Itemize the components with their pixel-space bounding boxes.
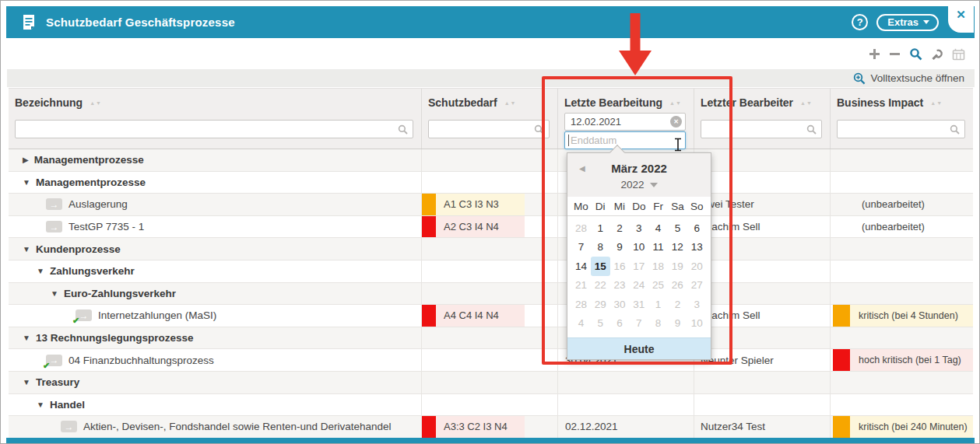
extras-button[interactable]: Extras (876, 14, 939, 31)
table-row[interactable]: ▶Managementprozesse (9, 149, 973, 172)
day-cell[interactable]: 8 (648, 314, 668, 334)
collapse-icon[interactable]: ▼ (23, 378, 30, 386)
table-row[interactable]: ▼13 Rechnungslegungsprozesse (9, 327, 973, 350)
sort-toggle[interactable]: ▲▼ (800, 100, 813, 106)
collapse-icon[interactable]: ▼ (23, 245, 30, 253)
collapse-icon[interactable]: ▼ (23, 334, 30, 342)
day-cell[interactable]: 21 (571, 276, 591, 295)
day-cell[interactable]: 2 (668, 295, 687, 314)
table-row[interactable]: →✔Internetzahlungen (MaSI)A4 C4 I4 N4Joa… (9, 305, 973, 327)
table-row[interactable]: →✔04 Finanzbuchhaltungsprozess30.04.2021… (9, 349, 973, 372)
day-cell[interactable]: 5 (591, 314, 610, 334)
bearbeiter-filter-input[interactable] (701, 120, 822, 138)
day-cell[interactable]: 11 (648, 238, 668, 257)
search-icon[interactable] (909, 47, 922, 61)
close-icon: ✕ (956, 8, 966, 33)
startdatum-filter-input[interactable] (564, 113, 686, 131)
collapse-icon[interactable]: ▼ (51, 289, 58, 298)
wrench-icon[interactable] (931, 48, 943, 61)
check-icon: ✔ (43, 361, 50, 371)
sort-toggle[interactable]: ▲▼ (930, 100, 943, 106)
today-button[interactable]: Heute (567, 337, 711, 359)
day-cell[interactable]: 16 (610, 257, 630, 276)
day-cell[interactable]: 5 (668, 219, 687, 238)
day-cell[interactable]: 10 (687, 314, 707, 334)
bezeichnung-cell: →TestGP 7735 - 1 (9, 216, 421, 238)
document-icon (23, 15, 35, 30)
column-header-bezeichnung: Bezeichnung▲▼ (9, 89, 421, 149)
day-cell[interactable]: 10 (629, 238, 648, 257)
schutzbedarf-filter-input[interactable] (428, 120, 550, 138)
day-cell[interactable]: 24 (629, 276, 648, 295)
schutzbedarf-cell (421, 394, 557, 416)
table-row[interactable]: ▼Treasury (9, 372, 973, 394)
collapse-icon[interactable]: ▼ (37, 400, 44, 409)
day-cell[interactable]: 4 (648, 219, 668, 238)
table-row[interactable]: ▼Handel (9, 394, 973, 417)
day-cell[interactable]: 27 (687, 276, 707, 295)
day-cell[interactable]: 20 (687, 257, 707, 276)
day-cell[interactable]: 3 (629, 219, 648, 238)
table-row[interactable]: →Aktien-, Devisen-, Fondshandel sowie Re… (9, 416, 973, 439)
schutzbedarf-cell (421, 149, 557, 171)
day-cell[interactable]: 25 (648, 276, 668, 295)
day-cell[interactable]: 26 (668, 276, 687, 295)
collapse-icon[interactable]: ▼ (23, 178, 30, 187)
day-cell[interactable]: 28 (571, 295, 591, 314)
table-row[interactable]: →AuslagerungA1 C3 I3 N3Zwei Tester(unbea… (9, 194, 973, 216)
day-cell[interactable]: 28 (571, 219, 591, 238)
day-cell[interactable]: 14 (571, 257, 591, 276)
day-cell[interactable]: 1 (648, 295, 668, 314)
day-cell[interactable]: 4 (571, 314, 591, 334)
day-cell[interactable]: 22 (591, 276, 610, 295)
process-label: Aktien-, Devisen-, Fondshandel sowie Ren… (83, 421, 391, 432)
day-cell[interactable]: 13 (687, 238, 707, 257)
remove-icon[interactable] (889, 48, 901, 60)
calendar-icon[interactable] (952, 48, 965, 61)
fulltext-search-button[interactable]: Volltextsuche öffnen (7, 69, 975, 87)
collapse-icon[interactable]: ▼ (37, 267, 44, 275)
day-cell[interactable]: 19 (668, 257, 687, 276)
column-label: Bezeichnung (15, 96, 83, 109)
table-row[interactable]: →TestGP 7735 - 1A2 C3 I4 N4Joachim Sell(… (9, 216, 973, 239)
table-row[interactable]: ▼Managementprozesse (9, 172, 973, 194)
process-label: Auslagerung (68, 198, 128, 210)
day-cell[interactable]: 29 (591, 295, 610, 314)
sort-toggle[interactable]: ▲▼ (669, 100, 682, 106)
day-cell[interactable]: 12 (668, 238, 687, 257)
clear-date-icon[interactable]: ✕ (670, 116, 682, 128)
close-button[interactable]: ✕ (948, 1, 974, 33)
day-cell[interactable]: 23 (610, 276, 630, 295)
day-cell[interactable]: 2 (610, 219, 630, 238)
previous-month-icon[interactable]: ◀ (579, 164, 585, 173)
day-cell[interactable]: 9 (610, 238, 630, 257)
day-cell[interactable]: 9 (668, 314, 687, 334)
table-row[interactable]: ▼Kundenprozesse (9, 238, 973, 260)
day-cell[interactable]: 8 (591, 238, 610, 257)
sort-toggle[interactable]: ▲▼ (90, 100, 102, 106)
add-icon[interactable] (869, 48, 880, 60)
help-button[interactable]: ? (852, 14, 868, 30)
day-cell[interactable]: 18 (648, 257, 668, 276)
expand-icon[interactable]: ▶ (23, 156, 29, 164)
bezeichnung-filter-input[interactable] (15, 120, 413, 138)
selected-day[interactable]: 15 (591, 257, 610, 276)
day-cell[interactable]: 6 (687, 219, 707, 238)
year-selector[interactable]: 2022 (567, 177, 711, 193)
table-row[interactable]: ▼Zahlungsverkehr (9, 260, 973, 283)
day-cell[interactable]: 7 (571, 238, 591, 257)
day-cell[interactable]: 17 (629, 257, 648, 276)
app-window: Schutzbedarf Geschäftsprozesse ? Extras … (0, 0, 980, 444)
day-cell[interactable]: 30 (610, 295, 630, 314)
table-row[interactable]: ▼Euro-Zahlungsverkehr (9, 283, 973, 306)
day-cell[interactable]: 6 (610, 314, 630, 334)
business-impact-filter-input[interactable] (837, 120, 965, 138)
day-cell[interactable]: 1 (591, 219, 610, 238)
day-cell[interactable]: 7 (629, 314, 648, 334)
day-cell[interactable]: 31 (629, 295, 648, 314)
day-cell[interactable]: 3 (687, 295, 707, 314)
sort-toggle[interactable]: ▲▼ (504, 100, 517, 106)
enddatum-filter-input[interactable] (564, 131, 686, 149)
letzter-bearbeiter-cell (694, 172, 830, 194)
calendar-week-row: 28123456 (571, 219, 707, 238)
